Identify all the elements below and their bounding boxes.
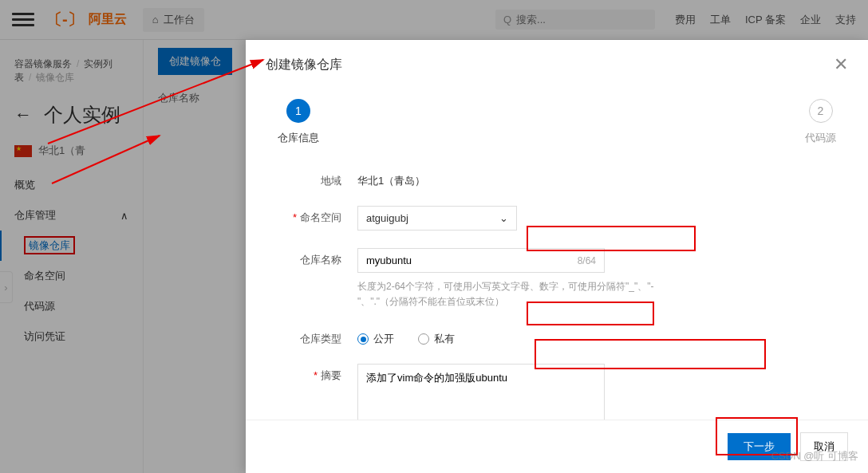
step-2: 2 代码源 — [805, 99, 836, 145]
chevron-down-icon: ⌄ — [499, 212, 508, 224]
step-1-label: 仓库信息 — [278, 131, 319, 145]
namespace-value: atguigubj — [366, 212, 408, 224]
step-1: 1 仓库信息 — [278, 99, 319, 145]
radio-dot-unchecked — [418, 333, 429, 345]
repotype-radio-group: 公开 私有 — [357, 327, 844, 346]
row-summary: *摘要 18/100 — [270, 364, 844, 420]
reponame-counter: 8/64 — [578, 255, 596, 266]
radio-public[interactable]: 公开 — [357, 332, 394, 346]
label-reponame: 仓库名称 — [270, 248, 357, 267]
label-repotype: 仓库类型 — [270, 327, 357, 346]
step-indicator: 1 仓库信息 2 代码源 — [278, 99, 836, 145]
reponame-input[interactable] — [366, 254, 578, 266]
label-region: 地域 — [270, 169, 357, 188]
close-icon[interactable]: ✕ — [834, 54, 848, 75]
reponame-hint: 长度为2-64个字符，可使用小写英文字母、数字，可使用分隔符"_"、"-"、".… — [357, 279, 692, 309]
step-2-circle: 2 — [809, 99, 833, 123]
modal-body: 1 仓库信息 2 代码源 地域 华北1（青岛） *命名空间 atguigubj … — [246, 83, 868, 420]
watermark: CSDN @听 可博客 — [771, 449, 858, 463]
row-repotype: 仓库类型 公开 私有 — [270, 327, 844, 346]
summary-textarea[interactable] — [366, 371, 596, 419]
namespace-select[interactable]: atguigubj ⌄ — [357, 206, 517, 231]
reponame-input-wrap: 8/64 — [357, 248, 605, 273]
label-summary: *摘要 — [270, 364, 357, 383]
row-reponame: 仓库名称 8/64 长度为2-64个字符，可使用小写英文字母、数字，可使用分隔符… — [270, 248, 844, 309]
radio-dot-checked — [357, 333, 369, 345]
step-2-label: 代码源 — [805, 131, 836, 145]
modal-footer: 下一步 取消 — [246, 420, 868, 473]
label-namespace: *命名空间 — [270, 206, 357, 225]
modal-header: 创建镜像仓库 ✕ — [246, 40, 868, 83]
radio-private[interactable]: 私有 — [418, 332, 455, 346]
step-1-circle: 1 — [286, 99, 310, 123]
create-repo-modal: 创建镜像仓库 ✕ 1 仓库信息 2 代码源 地域 华北1（青岛） *命名空间 a… — [246, 40, 868, 473]
summary-counter: 18/100 — [568, 419, 598, 420]
row-namespace: *命名空间 atguigubj ⌄ — [270, 206, 844, 231]
row-region: 地域 华北1（青岛） — [270, 169, 844, 188]
modal-title: 创建镜像仓库 — [266, 57, 342, 73]
value-region: 华北1（青岛） — [357, 169, 844, 188]
summary-textarea-wrap: 18/100 — [357, 364, 605, 420]
